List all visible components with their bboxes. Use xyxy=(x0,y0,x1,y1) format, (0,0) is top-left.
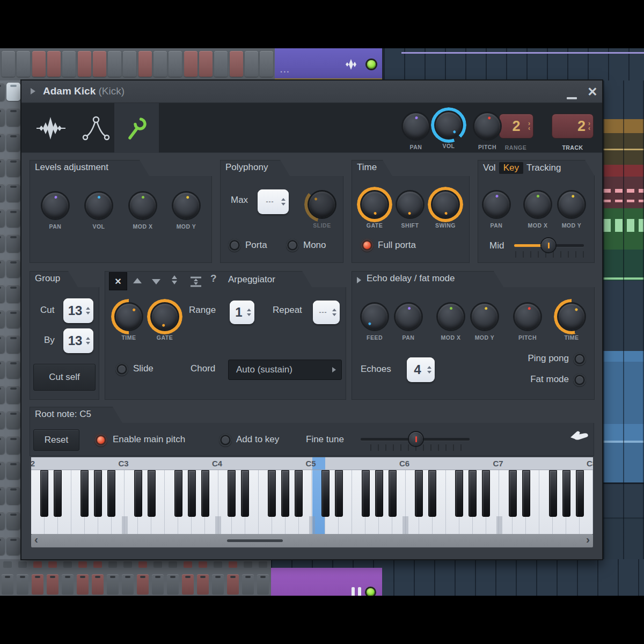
stepper-arrows-icon[interactable]: ›‹ xyxy=(588,121,590,131)
arp-slide-radio[interactable] xyxy=(115,363,128,376)
stepper-arrows-icon[interactable] xyxy=(86,337,90,345)
ping-pong-label[interactable]: Ping pong xyxy=(499,353,569,364)
black-key[interactable] xyxy=(375,470,383,517)
reset-button[interactable]: Reset xyxy=(33,429,79,451)
fat-mode-label[interactable]: Fat mode xyxy=(499,374,569,385)
knob-gate[interactable]: GATE xyxy=(149,301,181,341)
black-key[interactable] xyxy=(94,470,102,517)
full-porta-radio[interactable] xyxy=(361,239,374,252)
fine-tune-slider-thumb[interactable] xyxy=(409,432,423,446)
arp-up-button[interactable] xyxy=(133,278,142,283)
black-key[interactable] xyxy=(228,470,236,517)
knob-mod-x[interactable]: MOD X xyxy=(127,189,159,230)
track-stepper[interactable]: 2 ›‹ xyxy=(552,114,594,138)
tracking-vol-option[interactable]: Vol xyxy=(483,163,496,173)
add-to-key-label[interactable]: Add to key xyxy=(236,434,279,445)
arp-help-button[interactable]: ? xyxy=(210,273,217,284)
knob-mod-x[interactable]: MOD X xyxy=(522,188,554,229)
black-key[interactable] xyxy=(549,470,557,517)
black-key[interactable] xyxy=(509,470,517,517)
knob-pan[interactable]: PAN xyxy=(39,189,71,230)
knob-pan[interactable]: PAN xyxy=(400,110,432,150)
black-key[interactable] xyxy=(455,470,463,517)
knob-vol[interactable]: VOL xyxy=(83,189,115,230)
close-button[interactable]: ✕ xyxy=(584,84,601,100)
enable-main-pitch-label[interactable]: Enable main pitch xyxy=(113,434,185,445)
echo-collapse-arrow-icon[interactable] xyxy=(357,277,361,283)
stepper-arrows-icon[interactable] xyxy=(86,307,90,314)
cut-self-button[interactable]: Cut self xyxy=(33,364,96,391)
porta-radio[interactable] xyxy=(228,239,241,252)
knob-slide[interactable]: SLIDE xyxy=(306,188,338,229)
knob-feed[interactable]: FEED xyxy=(358,301,391,341)
drag-hand-icon[interactable] xyxy=(569,428,589,445)
black-key[interactable] xyxy=(335,470,343,517)
stepper-arrows-icon[interactable] xyxy=(332,309,336,316)
black-key[interactable] xyxy=(268,470,276,517)
black-key[interactable] xyxy=(54,470,62,517)
black-key[interactable] xyxy=(134,470,142,517)
arp-down-button[interactable] xyxy=(152,279,160,284)
arp-bounce-icon[interactable] xyxy=(189,275,203,288)
knob-pan[interactable]: PAN xyxy=(480,188,513,229)
channel-button-purple[interactable]: ... xyxy=(275,48,382,80)
black-key[interactable] xyxy=(80,470,89,517)
black-key[interactable] xyxy=(576,470,584,517)
max-poly-stepper[interactable]: --- xyxy=(258,189,289,214)
black-key[interactable] xyxy=(469,470,477,517)
mid-slider-thumb[interactable] xyxy=(541,238,555,252)
black-key[interactable] xyxy=(482,470,490,517)
black-key[interactable] xyxy=(241,470,249,517)
black-key[interactable] xyxy=(428,470,436,517)
black-key[interactable] xyxy=(562,470,570,517)
by-stepper[interactable]: 13 xyxy=(63,328,93,353)
tab-sample[interactable] xyxy=(26,103,77,153)
stepper-arrows-icon[interactable] xyxy=(281,198,286,206)
black-key[interactable] xyxy=(148,470,156,517)
black-key[interactable] xyxy=(321,470,330,517)
porta-label[interactable]: Porta xyxy=(245,240,267,251)
scroll-left-icon[interactable]: ‹ xyxy=(34,533,38,546)
ping-pong-radio[interactable] xyxy=(573,353,586,365)
echoes-stepper[interactable]: 4 xyxy=(407,357,435,382)
knob-swing[interactable]: SWING xyxy=(429,188,462,229)
knob-gate[interactable]: GATE xyxy=(358,188,391,229)
knob-time[interactable]: TIME xyxy=(113,301,145,341)
channel-button-purple-bottom[interactable] xyxy=(271,568,382,596)
arp-updown-button[interactable] xyxy=(172,275,177,284)
enable-main-pitch-radio[interactable] xyxy=(94,434,107,447)
black-key[interactable] xyxy=(107,470,115,517)
knob-pitch[interactable]: PITCH xyxy=(471,110,503,150)
tab-envelope[interactable] xyxy=(77,103,115,153)
black-key[interactable] xyxy=(522,470,530,517)
knob-mod-y[interactable]: MOD Y xyxy=(170,189,202,230)
black-key[interactable] xyxy=(40,470,48,517)
arp-slide-label[interactable]: Slide xyxy=(133,363,153,374)
channel-menu-arrow-icon[interactable] xyxy=(31,88,35,94)
tracking-key-option-selected[interactable]: Key xyxy=(499,162,523,174)
add-to-key-radio[interactable] xyxy=(219,434,232,447)
channel-led[interactable] xyxy=(367,588,375,596)
stepper-arrows-icon[interactable]: ›‹ xyxy=(528,121,530,131)
full-porta-label[interactable]: Full porta xyxy=(378,240,416,251)
stepper-arrows-icon[interactable] xyxy=(427,366,431,374)
knob-mod-x[interactable]: MOD X xyxy=(435,301,467,341)
black-key[interactable] xyxy=(201,470,209,517)
channel-led[interactable] xyxy=(367,60,376,69)
scroll-right-icon[interactable]: › xyxy=(586,533,590,546)
cut-stepper[interactable]: 13 xyxy=(63,298,93,323)
black-key[interactable] xyxy=(174,470,182,517)
minimize-button[interactable] xyxy=(567,97,577,99)
arp-repeat-stepper[interactable]: --- xyxy=(313,301,340,324)
knob-mod-y[interactable]: MOD Y xyxy=(555,188,588,229)
scrollbar-thumb[interactable] xyxy=(227,539,283,542)
black-key[interactable] xyxy=(389,470,397,517)
knob-pitch[interactable]: PITCH xyxy=(511,301,544,341)
mono-radio[interactable] xyxy=(286,239,299,252)
knob-time[interactable]: TIME xyxy=(555,301,588,341)
window-titlebar[interactable]: Adam Kick (Kick) ✕ xyxy=(21,80,602,103)
arp-off-button[interactable]: ✕ xyxy=(109,272,127,290)
knob-mod-y[interactable]: MOD Y xyxy=(469,301,501,341)
knob-pan[interactable]: PAN xyxy=(392,301,425,341)
mono-label[interactable]: Mono xyxy=(303,240,326,251)
